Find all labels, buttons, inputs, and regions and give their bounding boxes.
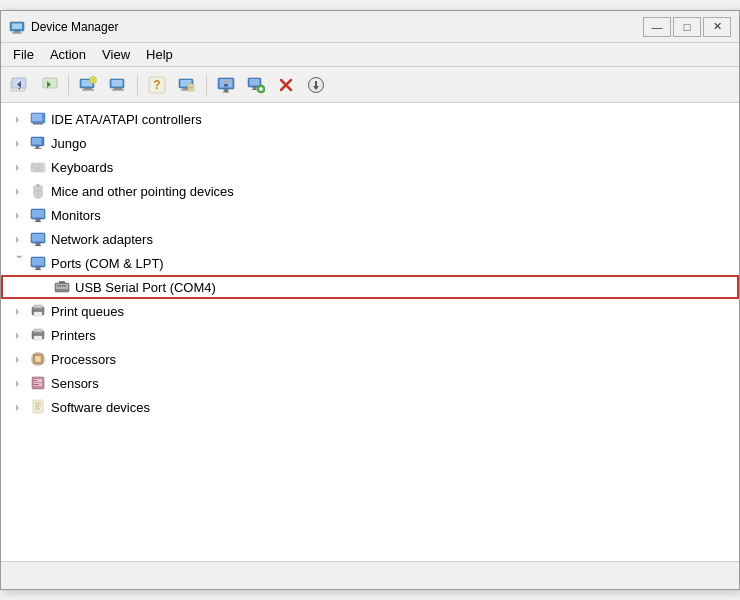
tree-item-monitors[interactable]: › Monitors (1, 203, 739, 227)
svg-rect-64 (34, 170, 43, 172)
software-icon (29, 398, 47, 416)
tree-item-mice[interactable]: › Mice and other pointing devices (1, 179, 739, 203)
svg-rect-3 (12, 32, 22, 33)
tree-item-usb-serial[interactable]: › USB Serial Port (COM4) (1, 275, 739, 299)
svg-rect-33 (223, 91, 229, 92)
svg-rect-92 (33, 310, 35, 312)
tree-label-ide: IDE ATA/ATAPI controllers (51, 112, 202, 127)
toolbar-back-button[interactable] (5, 72, 33, 98)
svg-rect-50 (32, 114, 42, 121)
tree-toggle-network[interactable]: › (9, 231, 25, 247)
svg-rect-94 (34, 329, 42, 332)
sensors-icon (29, 374, 47, 392)
svg-rect-83 (57, 285, 59, 287)
close-button[interactable]: ✕ (703, 17, 731, 37)
maximize-button[interactable]: □ (673, 17, 701, 37)
svg-rect-86 (65, 285, 67, 287)
toolbar-add-button[interactable] (242, 72, 270, 98)
minimize-button[interactable]: — (643, 17, 671, 37)
toolbar-forward-button[interactable] (35, 72, 63, 98)
svg-rect-76 (35, 245, 41, 246)
tree-label-sensors: Sensors (51, 376, 99, 391)
title-bar: Device Manager — □ ✕ (1, 11, 739, 43)
tree-label-keyboards: Keyboards (51, 160, 113, 175)
tree-toggle-printers[interactable]: › (9, 327, 25, 343)
svg-text:!: ! (92, 77, 93, 82)
tree-toggle-monitors[interactable]: › (9, 207, 25, 223)
device-tree[interactable]: › IDE ATA/ATAPI controllers › Jungo › Ke… (1, 103, 739, 561)
svg-text:?: ? (153, 78, 160, 92)
tree-label-usb-serial: USB Serial Port (COM4) (75, 280, 216, 295)
svg-rect-12 (84, 88, 92, 90)
svg-rect-35 (224, 84, 228, 87)
window-controls: — □ ✕ (643, 17, 731, 37)
tree-toggle-mice[interactable]: › (9, 183, 25, 199)
window-title: Device Manager (31, 20, 643, 34)
toolbar-update-button[interactable] (302, 72, 330, 98)
toolbar-display-button[interactable] (212, 72, 240, 98)
svg-rect-84 (60, 285, 62, 287)
tree-item-software[interactable]: › Software devices (1, 395, 739, 419)
tree-item-printers[interactable]: › Printers (1, 323, 739, 347)
tree-toggle-sensors[interactable]: › (9, 375, 25, 391)
tree-item-network[interactable]: › Network adapters (1, 227, 739, 251)
tree-item-sensors[interactable]: › Sensors (1, 371, 739, 395)
svg-rect-55 (35, 148, 42, 149)
toolbar-sep-1 (68, 75, 69, 95)
svg-rect-19 (112, 89, 124, 90)
menu-action[interactable]: Action (42, 45, 94, 64)
tree-item-printq[interactable]: › Print queues (1, 299, 739, 323)
toolbar-toggle-button[interactable] (104, 72, 132, 98)
tree-item-processors[interactable]: › Processors (1, 347, 739, 371)
tree-toggle-jungo[interactable]: › (9, 135, 25, 151)
tree-item-keyboards[interactable]: › Keyboards (1, 155, 739, 179)
svg-rect-8 (43, 78, 57, 88)
back-icon (10, 76, 28, 94)
svg-rect-59 (38, 165, 40, 167)
toolbar-remove-button[interactable] (272, 72, 300, 98)
tree-label-jungo: Jungo (51, 136, 86, 151)
svg-rect-62 (35, 167, 40, 169)
tree-label-mice: Mice and other pointing devices (51, 184, 234, 199)
svg-rect-68 (37, 184, 39, 187)
tree-item-ide[interactable]: › IDE ATA/ATAPI controllers (1, 107, 739, 131)
svg-rect-51 (33, 123, 43, 125)
svg-rect-37 (250, 79, 260, 86)
view-icon (178, 76, 196, 94)
svg-rect-17 (112, 80, 123, 87)
svg-rect-88 (59, 281, 65, 284)
tree-item-ports[interactable]: › Ports (COM & LPT) (1, 251, 739, 275)
menu-help[interactable]: Help (138, 45, 181, 64)
svg-rect-74 (32, 234, 44, 242)
tree-toggle-ide[interactable]: › (9, 111, 25, 127)
toolbar-help-button[interactable]: ? (143, 72, 171, 98)
svg-rect-18 (114, 88, 122, 90)
tree-toggle-printq[interactable]: › (9, 303, 25, 319)
monitors-icon (29, 206, 47, 224)
tree-toggle-software[interactable]: › (9, 399, 25, 415)
svg-rect-80 (35, 269, 41, 270)
svg-rect-60 (41, 165, 43, 167)
toolbar-properties-button[interactable]: ! (74, 72, 102, 98)
tree-label-printers: Printers (51, 328, 96, 343)
svg-rect-116 (34, 384, 39, 385)
properties-icon: ! (79, 76, 97, 94)
tree-toggle-ports[interactable]: › (9, 255, 25, 271)
menu-file[interactable]: File (5, 45, 42, 64)
mice-icon (29, 182, 47, 200)
help-icon: ? (148, 76, 166, 94)
app-icon (9, 19, 25, 35)
tree-item-jungo[interactable]: › Jungo (1, 131, 739, 155)
toolbar: ! ? (1, 67, 739, 103)
tree-toggle-keyboards[interactable]: › (9, 159, 25, 175)
network-icon (29, 230, 47, 248)
ports-icon (29, 254, 47, 272)
printers-icon (29, 326, 47, 344)
processors-icon (29, 350, 47, 368)
svg-rect-78 (32, 258, 44, 266)
tree-toggle-processors[interactable]: › (9, 351, 25, 367)
menu-view[interactable]: View (94, 45, 138, 64)
update-icon (307, 76, 325, 94)
toggle-icon (109, 76, 127, 94)
toolbar-view-button[interactable] (173, 72, 201, 98)
